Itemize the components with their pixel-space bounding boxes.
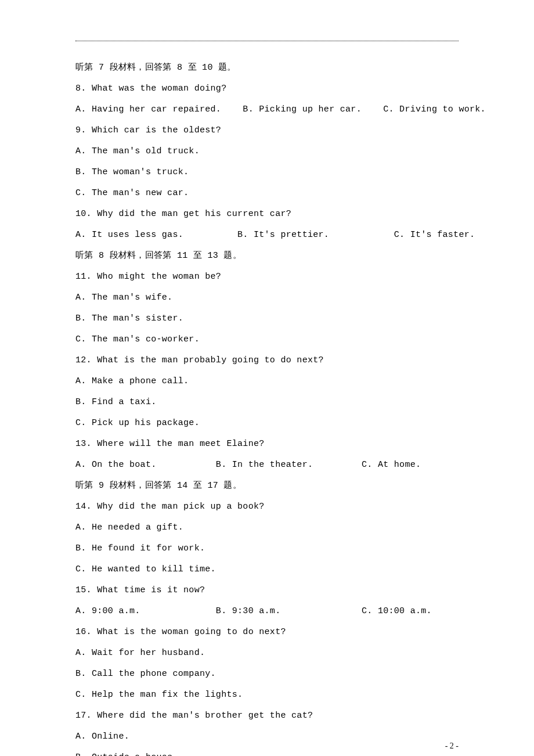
question-stem: 10. Why did the man get his current car?	[75, 204, 459, 225]
page-number: - 2 -	[445, 741, 459, 751]
question-stem: 11. Who might the woman be?	[75, 267, 459, 287]
question-option: B. He found it for work.	[75, 538, 459, 559]
question-stem: 14. Why did the man pick up a book?	[75, 496, 459, 517]
section-intro: 听第 7 段材料，回答第 8 至 10 题。	[75, 57, 459, 78]
question-option: B. Find a taxi.	[75, 392, 459, 413]
question-options-inline: A. 9:00 a.m. B. 9:30 a.m. C. 10:00 a.m.	[75, 601, 459, 622]
question-options-inline: A. On the boat. B. In the theater. C. At…	[75, 455, 459, 476]
section-intro: 听第 9 段材料，回答第 14 至 17 题。	[75, 476, 459, 496]
question-option: B. The woman's truck.	[75, 162, 459, 183]
question-stem: 8. What was the woman doing?	[75, 78, 459, 99]
question-option: B. The man's sister.	[75, 308, 459, 329]
question-option: C. The man's co-worker.	[75, 329, 459, 350]
question-stem: 15. What time is it now?	[75, 580, 459, 601]
question-stem: 17. Where did the man's brother get the …	[75, 705, 459, 726]
question-option: C. Pick up his package.	[75, 413, 459, 434]
question-options-inline: A. Having her car repaired. B. Picking u…	[75, 99, 459, 120]
question-option: B. Outside a house.	[75, 747, 459, 756]
exam-page: 听第 7 段材料，回答第 8 至 10 题。8. What was the wo…	[0, 0, 534, 756]
question-option: A. He needed a gift.	[75, 517, 459, 538]
question-option: A. Wait for her husband.	[75, 643, 459, 664]
question-stem: 16. What is the woman going to do next?	[75, 622, 459, 643]
section-intro: 听第 8 段材料，回答第 11 至 13 题。	[75, 246, 459, 267]
question-option: C. The man's new car.	[75, 183, 459, 204]
horizontal-divider	[75, 41, 459, 41]
question-option: B. Call the phone company.	[75, 664, 459, 685]
question-option: A. Make a phone call.	[75, 371, 459, 392]
question-options-inline: A. It uses less gas. B. It's prettier. C…	[75, 225, 459, 246]
question-stem: 9. Which car is the oldest?	[75, 120, 459, 141]
question-option: C. Help the man fix the lights.	[75, 685, 459, 705]
content-area: 听第 7 段材料，回答第 8 至 10 题。8. What was the wo…	[75, 57, 459, 756]
question-option: A. The man's wife.	[75, 287, 459, 308]
question-stem: 13. Where will the man meet Elaine?	[75, 434, 459, 455]
question-option: A. Online.	[75, 726, 459, 747]
question-option: C. He wanted to kill time.	[75, 559, 459, 580]
question-stem: 12. What is the man probably going to do…	[75, 350, 459, 371]
question-option: A. The man's old truck.	[75, 141, 459, 162]
